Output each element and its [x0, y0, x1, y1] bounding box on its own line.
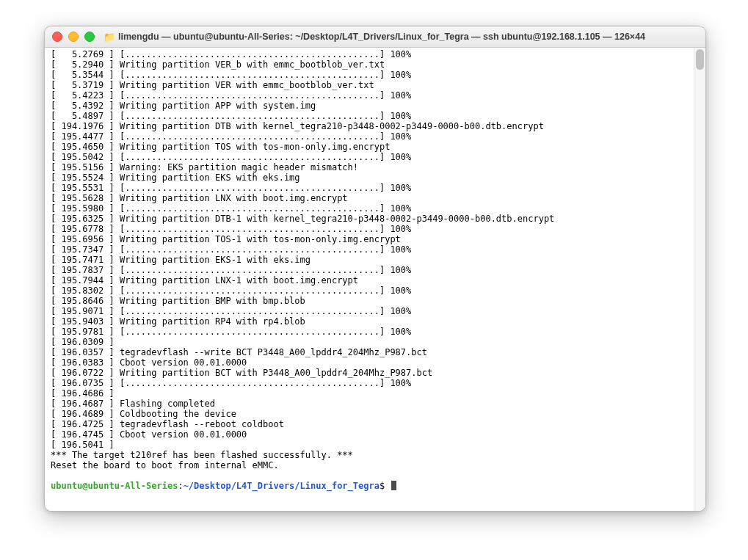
prompt-line[interactable]: ubuntu@ubuntu-All-Series:~/Desktop/L4T_D… — [51, 481, 701, 491]
output-line: [ 195.9781 ] [..........................… — [51, 327, 701, 337]
output-line: [ 195.5042 ] [..........................… — [51, 152, 701, 162]
output-line: [ 195.5156 ] Warning: EKS partition magi… — [51, 162, 701, 172]
output-line: [ 196.5041 ] — [51, 440, 701, 450]
output-line: [ 5.3719 ] Writing partition VER with em… — [51, 80, 701, 90]
output-line: [ 195.4650 ] Writing partition TOS with … — [51, 142, 701, 152]
output-line: [ 195.5524 ] Writing partition EKS with … — [51, 172, 701, 183]
output-line: [ 196.0735 ] [..........................… — [51, 378, 701, 388]
output-line: [ 195.7471 ] Writing partition EKS-1 wit… — [51, 255, 701, 265]
output-line: [ 196.4725 ] tegradevflash --reboot cold… — [51, 419, 701, 429]
cursor — [391, 481, 396, 490]
traffic-lights — [52, 32, 95, 42]
output-line: [ 196.0383 ] Cboot version 00.01.0000 — [51, 357, 701, 368]
window-title: limengdu — ubuntu@ubuntu-All-Series: ~/D… — [118, 32, 698, 42]
output-line: [ 195.4477 ] [..........................… — [51, 131, 701, 142]
minimize-window-button[interactable] — [68, 32, 79, 42]
output-line: [ 194.1976 ] Writing partition DTB with … — [51, 121, 701, 131]
output-line: [ 195.7837 ] [..........................… — [51, 265, 701, 275]
output-line: [ 196.0309 ] — [51, 337, 701, 347]
prompt-user-host: ubuntu@ubuntu-All-Series — [51, 481, 178, 491]
output-line: [ 195.6325 ] Writing partition DTB-1 wit… — [51, 214, 701, 224]
folder-icon: 📁 — [104, 32, 115, 43]
scrollbar-track[interactable] — [694, 48, 705, 511]
prompt-colon: : — [178, 481, 183, 491]
output-line: [ 196.0722 ] Writing partition BCT with … — [51, 368, 701, 378]
output-line: [ 195.5980 ] [..........................… — [51, 203, 701, 214]
terminal-output[interactable]: [ 5.2769 ] [............................… — [45, 48, 705, 511]
output-line: [ 195.8646 ] Writing partition BMP with … — [51, 296, 701, 306]
output-line: Reset the board to boot from internal eM… — [51, 460, 701, 470]
output-line: [ 196.4687 ] Flashing completed — [51, 399, 701, 409]
output-line: [ 196.0357 ] tegradevflash --write BCT P… — [51, 347, 701, 357]
output-line: [ 195.6778 ] [..........................… — [51, 224, 701, 234]
output-line: [ 195.9403 ] Writing partition RP4 with … — [51, 316, 701, 327]
output-line: [ 195.9071 ] [..........................… — [51, 306, 701, 316]
output-line: [ 196.4745 ] Cboot version 00.01.0000 — [51, 429, 701, 440]
output-line: [ 196.4689 ] Coldbooting the device — [51, 409, 701, 419]
terminal-window: 📁 limengdu — ubuntu@ubuntu-All-Series: ~… — [44, 26, 706, 512]
terminal-body[interactable]: [ 5.2769 ] [............................… — [45, 48, 705, 511]
output-line: [ 5.3544 ] [............................… — [51, 70, 701, 80]
output-line: [ 195.6956 ] Writing partition TOS-1 wit… — [51, 234, 701, 244]
prompt-dollar: $ — [380, 481, 390, 491]
titlebar[interactable]: 📁 limengdu — ubuntu@ubuntu-All-Series: ~… — [45, 26, 705, 48]
output-line: [ 196.4686 ] — [51, 388, 701, 399]
output-line: *** The target t210ref has been flashed … — [51, 450, 701, 460]
output-line: [ 195.8302 ] [..........................… — [51, 286, 701, 296]
close-window-button[interactable] — [52, 32, 62, 42]
output-line: [ 5.4392 ] Writing partition APP with sy… — [51, 101, 701, 111]
output-line: [ 195.7944 ] Writing partition LNX-1 wit… — [51, 275, 701, 286]
output-line: [ 195.5628 ] Writing partition LNX with … — [51, 193, 701, 203]
output-line: [ 195.7347 ] [..........................… — [51, 244, 701, 255]
output-line: [ 5.2769 ] [............................… — [51, 49, 701, 59]
output-line: [ 5.4897 ] [............................… — [51, 111, 701, 121]
scrollbar-thumb[interactable] — [696, 49, 704, 70]
output-line: [ 5.2940 ] Writing partition VER_b with … — [51, 59, 701, 70]
maximize-window-button[interactable] — [84, 32, 95, 42]
prompt-path: ~/Desktop/L4T_Drivers/Linux_for_Tegra — [184, 481, 380, 491]
output-line: [ 195.5531 ] [..........................… — [51, 183, 701, 193]
output-line: [ 5.4223 ] [............................… — [51, 90, 701, 101]
